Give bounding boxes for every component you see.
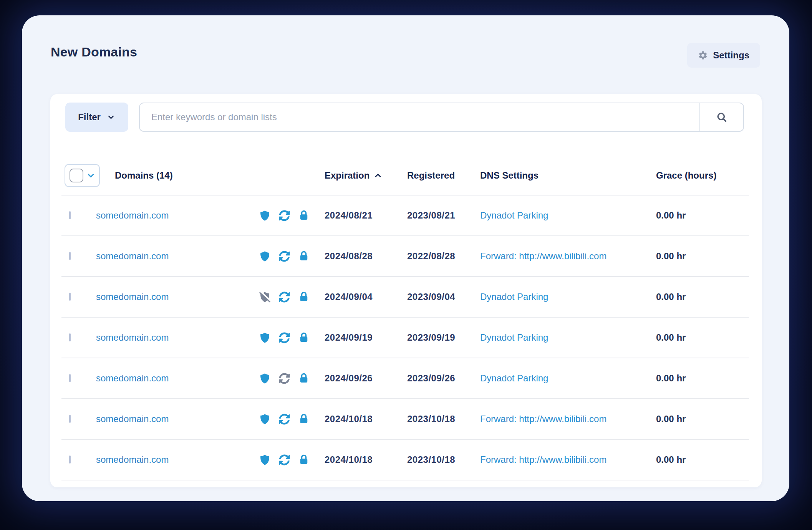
grace-hours: 0.00 hr [656,210,749,221]
row-checkbox[interactable] [69,333,71,341]
select-all-checkbox[interactable] [70,169,83,182]
table-row: somedomain.com 2024/08/28 [61,236,749,277]
chevron-down-icon[interactable] [86,171,95,180]
lock-icon[interactable] [298,373,310,384]
column-header-grace: Grace (hours) [656,170,749,181]
domain-link[interactable]: somedomain.com [96,454,169,465]
auto-renew-icon[interactable] [279,373,290,384]
page: { "colors": { "outer_background": "#070b… [0,0,812,530]
dns-settings-link[interactable]: Forward: http://www.bilibili.com [480,454,607,465]
row-checkbox[interactable] [69,455,71,464]
privacy-shield-icon[interactable] [259,373,271,384]
domain-link[interactable]: somedomain.com [96,292,169,302]
table-row: somedomain.com 2024/08/21 [61,195,749,236]
filter-button[interactable]: Filter [65,103,128,132]
grace-hours: 0.00 hr [656,251,749,262]
auto-renew-icon[interactable] [279,292,290,303]
lock-icon[interactable] [298,291,310,303]
settings-button[interactable]: Settings [687,43,760,68]
privacy-shield-icon[interactable] [259,250,271,262]
privacy-shield-icon[interactable] [259,413,271,425]
registered-date: 2022/08/28 [407,251,480,262]
lock-icon[interactable] [298,413,310,425]
magnifier-icon [716,111,728,123]
row-checkbox[interactable] [69,252,71,260]
expiration-date: 2024/08/21 [325,210,407,221]
column-header-expiration[interactable]: Expiration [325,170,407,181]
expiration-date: 2024/09/19 [325,332,407,343]
expiration-date: 2024/10/18 [325,454,407,465]
row-checkbox[interactable] [69,293,71,301]
filter-button-label: Filter [78,112,101,123]
auto-renew-icon[interactable] [279,210,290,221]
auto-renew-icon[interactable] [279,332,290,343]
lock-icon[interactable] [298,250,310,262]
privacy-shield-icon[interactable] [259,454,271,466]
domain-link[interactable]: somedomain.com [96,251,169,261]
table-body: somedomain.com 2024/08/21 [61,195,749,480]
auto-renew-icon[interactable] [279,454,290,465]
column-header-registered: Registered [407,170,480,181]
domain-link[interactable]: somedomain.com [96,414,169,424]
privacy-shield-icon[interactable] [259,332,271,344]
privacy-shield-icon[interactable] [259,291,271,303]
toolbar: Filter [65,103,744,132]
select-all-control[interactable] [65,164,100,187]
registered-date: 2023/09/04 [407,292,480,302]
table-row: somedomain.com 2024/09/26 [61,358,749,399]
expiration-date: 2024/09/04 [325,292,407,302]
table-row: somedomain.com 2024/09/19 [61,318,749,358]
search-button[interactable] [699,103,743,131]
registered-date: 2023/10/18 [407,414,480,424]
table-row: somedomain.com 2024/10/18 [61,440,749,480]
column-header-domains: Domains (14) [96,170,254,181]
row-checkbox[interactable] [69,415,71,423]
settings-button-label: Settings [713,50,749,61]
auto-renew-icon[interactable] [279,414,290,425]
search-control [139,103,744,132]
grace-hours: 0.00 hr [656,373,749,384]
chevron-up-icon [374,171,382,180]
domain-link[interactable]: somedomain.com [96,373,169,383]
dns-settings-link[interactable]: Dynadot Parking [480,332,548,343]
gear-icon [698,50,708,60]
registered-date: 2023/09/26 [407,373,480,384]
registered-date: 2023/09/19 [407,332,480,343]
domains-card: Filter [50,94,762,487]
column-header-dns: DNS Settings [480,170,656,181]
registered-date: 2023/10/18 [407,454,480,465]
registered-date: 2023/08/21 [407,210,480,221]
dns-settings-link[interactable]: Dynadot Parking [480,210,548,220]
table-header-row: Domains (14) Expiration Registered DNS S… [61,156,749,195]
domains-table: Domains (14) Expiration Registered DNS S… [61,156,749,480]
row-checkbox[interactable] [69,374,71,382]
chevron-down-icon [106,113,116,122]
grace-hours: 0.00 hr [656,454,749,465]
auto-renew-icon[interactable] [279,251,290,262]
domain-link[interactable]: somedomain.com [96,332,169,343]
expiration-date: 2024/08/28 [325,251,407,262]
lock-icon[interactable] [298,454,310,465]
dns-settings-link[interactable]: Forward: http://www.bilibili.com [480,414,607,424]
table-row: somedomain.com 2024/09/04 [61,277,749,318]
search-input[interactable] [140,103,699,131]
row-checkbox[interactable] [69,211,71,219]
select-all-cell [61,164,96,187]
page-title: New Domains [51,45,137,60]
dns-settings-link[interactable]: Dynadot Parking [480,292,548,302]
lock-icon[interactable] [298,332,310,343]
table-row: somedomain.com 2024/10/18 [61,399,749,440]
domain-link[interactable]: somedomain.com [96,210,169,220]
grace-hours: 0.00 hr [656,414,749,424]
lock-icon[interactable] [298,210,310,221]
privacy-shield-icon[interactable] [259,210,271,222]
dns-settings-link[interactable]: Forward: http://www.bilibili.com [480,251,607,261]
grace-hours: 0.00 hr [656,332,749,343]
main-panel: New Domains Settings Filter [22,15,789,501]
expiration-date: 2024/09/26 [325,373,407,384]
dns-settings-link[interactable]: Dynadot Parking [480,373,548,383]
expiration-date: 2024/10/18 [325,414,407,424]
grace-hours: 0.00 hr [656,292,749,302]
